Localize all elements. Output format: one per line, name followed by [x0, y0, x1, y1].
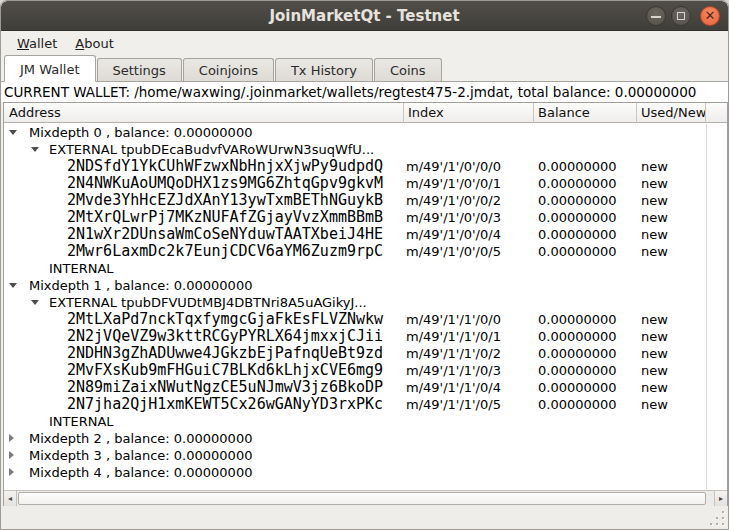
balance-cell: 0.00000000: [538, 243, 617, 260]
current-wallet-banner: CURRENT WALLET: /home/waxwing/.joinmarke…: [1, 82, 728, 102]
tree-row[interactable]: EXTERNAL tpubDEcaBudvfVARoWUrwN3suqWfU..…: [4, 141, 727, 158]
expander-open-icon[interactable]: [31, 300, 39, 305]
tab-settings[interactable]: Settings: [97, 58, 182, 81]
tree-row[interactable]: 2N4NWKuAoUMQoDHX1zs9MG6ZhtqGpv9gkvMm/49'…: [4, 175, 727, 192]
column-header-balance[interactable]: Balance: [534, 103, 637, 123]
expander-open-icon[interactable]: [9, 130, 17, 135]
tab-coinjoins[interactable]: Coinjoins: [183, 58, 274, 81]
column-header-address[interactable]: Address: [4, 103, 404, 123]
tree-label: EXTERNAL tpubDEcaBudvfVARoWUrwN3suqWfU..…: [49, 141, 374, 158]
tree-row[interactable]: INTERNAL: [4, 413, 727, 430]
tree-row[interactable]: 2N2jVQeVZ9w3kttRCGyPYRLX64jmxxjCJiim/49'…: [4, 328, 727, 345]
tree-row[interactable]: Mixdepth 3 , balance: 0.00000000: [4, 447, 727, 464]
address-cell: 2N89miZaixNWutNgzCE5uNJmwV3jz6BkoDP: [67, 379, 383, 396]
tree-row[interactable]: Mixdepth 0 , balance: 0.00000000: [4, 124, 727, 141]
menu-bar: WalletAbout: [1, 32, 728, 54]
address-cell: 2MtXrQLwrPj7MKzNUFAfZGjayVvzXmmBBmB: [67, 209, 383, 226]
tree-row[interactable]: 2N89miZaixNWutNgzCE5uNJmwV3jz6BkoDPm/49'…: [4, 379, 727, 396]
used-cell: new: [641, 379, 668, 396]
close-icon: ✕: [701, 7, 719, 25]
address-cell: 2MtLXaPd7nckTqxfymgcGjaFkEsFLVZNwkw: [67, 311, 383, 328]
used-cell: new: [641, 226, 668, 243]
tree-label: Mixdepth 4 , balance: 0.00000000: [29, 464, 252, 481]
title-bar[interactable]: JoinMarketQt - Testnet ✕: [1, 1, 728, 31]
tree-row[interactable]: 2N1wXr2DUnsaWmCoSeNYduwTAATXbeiJ4HEm/49'…: [4, 226, 727, 243]
tree-row[interactable]: Mixdepth 2 , balance: 0.00000000: [4, 430, 727, 447]
index-cell: m/49'/1'/1'/0/5: [406, 396, 501, 413]
tree-label: Mixdepth 2 , balance: 0.00000000: [29, 430, 252, 447]
menu-item-about[interactable]: About: [67, 34, 121, 53]
address-cell: 2N2jVQeVZ9w3kttRCGyPYRLX64jmxxjCJii: [67, 328, 383, 345]
tree-label: INTERNAL: [49, 413, 114, 430]
address-cell: 2NDHN3gZhADUwwe4JGkzbEjPafnqUeBt9zd: [67, 345, 383, 362]
tree-row[interactable]: 2NDSfdY1YkCUhWFzwxNbHnjxXjwPy9udpdQm/49'…: [4, 158, 727, 175]
wallet-tree: Address Index Balance Used/New Mixdepth …: [3, 102, 728, 507]
tree-label: INTERNAL: [49, 260, 114, 277]
tree-header: Address Index Balance Used/New: [4, 103, 727, 123]
balance-cell: 0.00000000: [538, 175, 617, 192]
tree-row[interactable]: 2Mwr6LaxmDc2k7EunjCDCV6aYM6Zuzm9rpCm/49'…: [4, 243, 727, 260]
used-cell: new: [641, 345, 668, 362]
resize-grip-icon[interactable]: [710, 511, 724, 525]
index-cell: m/49'/1'/0'/0/0: [406, 158, 501, 175]
tab-coins[interactable]: Coins: [374, 58, 442, 81]
tree-label: EXTERNAL tpubDFVUDtMBJ4DBTNri8A5uAGikyJ.…: [49, 294, 367, 311]
balance-cell: 0.00000000: [538, 226, 617, 243]
tree-row[interactable]: Mixdepth 4 , balance: 0.00000000: [4, 464, 727, 481]
index-cell: m/49'/1'/1'/0/2: [406, 345, 501, 362]
menu-item-wallet[interactable]: Wallet: [9, 34, 65, 53]
column-header-index[interactable]: Index: [404, 103, 534, 123]
index-cell: m/49'/1'/1'/0/4: [406, 379, 501, 396]
tree-label: Mixdepth 0 , balance: 0.00000000: [29, 124, 252, 141]
tree-row[interactable]: Mixdepth 1 , balance: 0.00000000: [4, 277, 727, 294]
index-cell: m/49'/1'/0'/0/2: [406, 192, 501, 209]
tree-row[interactable]: 2MtXrQLwrPj7MKzNUFAfZGjayVvzXmmBBmBm/49'…: [4, 209, 727, 226]
tree-row[interactable]: 2MvFXsKub9mFHGuiC7BLKd6kLhjxCVE6mg9m/49'…: [4, 362, 727, 379]
balance-cell: 0.00000000: [538, 379, 617, 396]
maximize-button[interactable]: [671, 6, 691, 26]
expander-closed-icon[interactable]: [9, 468, 14, 476]
tree-row[interactable]: 2N7jha2QjH1xmKEWT5Cx26wGANyYD3rxPKcm/49'…: [4, 396, 727, 413]
window-title: JoinMarketQt - Testnet: [1, 1, 728, 31]
scroll-left-icon[interactable]: ◂: [4, 491, 17, 506]
balance-cell: 0.00000000: [538, 311, 617, 328]
tree-row[interactable]: 2NDHN3gZhADUwwe4JGkzbEjPafnqUeBt9zdm/49'…: [4, 345, 727, 362]
tree-label: Mixdepth 3 , balance: 0.00000000: [29, 447, 252, 464]
tree-row[interactable]: INTERNAL: [4, 260, 727, 277]
index-cell: m/49'/1'/0'/0/5: [406, 243, 501, 260]
expander-closed-icon[interactable]: [9, 451, 14, 459]
expander-open-icon[interactable]: [31, 147, 39, 152]
used-cell: new: [641, 243, 668, 260]
balance-cell: 0.00000000: [538, 209, 617, 226]
horizontal-scrollbar[interactable]: ◂ ▸: [4, 490, 727, 506]
tree-row[interactable]: EXTERNAL tpubDFVUDtMBJ4DBTNri8A5uAGikyJ.…: [4, 294, 727, 311]
used-cell: new: [641, 175, 668, 192]
minimize-icon: [651, 16, 661, 18]
index-cell: m/49'/1'/0'/0/1: [406, 175, 501, 192]
column-header-used-new[interactable]: Used/New: [637, 103, 706, 123]
minimize-button[interactable]: [646, 6, 666, 26]
column-header-filler: [706, 103, 727, 123]
index-cell: m/49'/1'/1'/0/0: [406, 311, 501, 328]
tree-row[interactable]: 2Mvde3YhHcEZJdXAnY13ywTxmBEThNGuykBm/49'…: [4, 192, 727, 209]
used-cell: new: [641, 311, 668, 328]
close-button[interactable]: ✕: [700, 6, 720, 26]
used-cell: new: [641, 396, 668, 413]
balance-cell: 0.00000000: [538, 396, 617, 413]
scrollbar-thumb[interactable]: [18, 492, 706, 505]
expander-open-icon[interactable]: [9, 283, 17, 288]
address-cell: 2N7jha2QjH1xmKEWT5Cx26wGANyYD3rxPKc: [67, 396, 383, 413]
used-cell: new: [641, 158, 668, 175]
used-cell: new: [641, 192, 668, 209]
address-cell: 2N1wXr2DUnsaWmCoSeNYduwTAATXbeiJ4HE: [67, 226, 383, 243]
scroll-right-icon[interactable]: ▸: [714, 491, 727, 506]
address-cell: 2N4NWKuAoUMQoDHX1zs9MG6ZhtqGpv9gkvM: [67, 175, 383, 192]
tab-tx-history[interactable]: Tx History: [275, 58, 373, 81]
tree-label: Mixdepth 1 , balance: 0.00000000: [29, 277, 252, 294]
balance-cell: 0.00000000: [538, 345, 617, 362]
address-cell: 2Mwr6LaxmDc2k7EunjCDCV6aYM6Zuzm9rpC: [67, 243, 383, 260]
tree-row[interactable]: 2MtLXaPd7nckTqxfymgcGjaFkEsFLVZNwkwm/49'…: [4, 311, 727, 328]
balance-cell: 0.00000000: [538, 158, 617, 175]
tab-jm-wallet[interactable]: JM Wallet: [4, 55, 96, 82]
expander-closed-icon[interactable]: [9, 434, 14, 442]
